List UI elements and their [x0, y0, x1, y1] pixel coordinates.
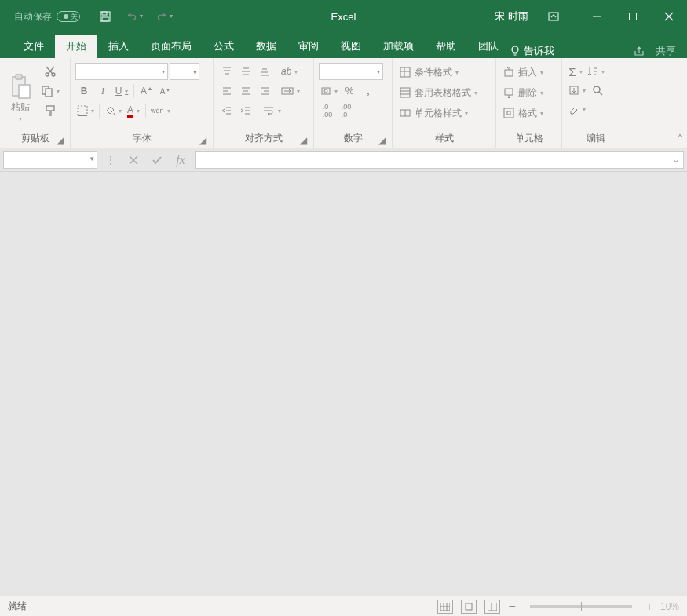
clipboard-launcher[interactable]: ◢ — [54, 135, 65, 146]
alignment-launcher[interactable]: ◢ — [298, 135, 309, 146]
font-launcher[interactable]: ◢ — [197, 135, 208, 146]
tab-review[interactable]: 审阅 — [287, 35, 330, 58]
align-left-button[interactable] — [218, 82, 236, 100]
fill-button[interactable] — [567, 82, 587, 99]
sort-filter-button[interactable] — [586, 63, 606, 80]
bold-button[interactable]: B — [75, 82, 93, 100]
font-size-combo[interactable]: ▾ — [170, 63, 199, 80]
maximize-button[interactable] — [615, 0, 651, 33]
increase-decimal-button[interactable]: .0.00 — [319, 102, 336, 119]
redo-icon[interactable] — [155, 7, 174, 24]
tab-view[interactable]: 视图 — [330, 35, 372, 58]
align-right-button[interactable] — [256, 82, 273, 100]
format-cells-button[interactable]: 格式 — [501, 104, 545, 122]
ribbon-display-icon[interactable] — [544, 7, 563, 26]
cancel-formula-button[interactable] — [124, 151, 143, 169]
tab-file[interactable]: 文件 — [13, 35, 55, 58]
svg-point-12 — [46, 73, 49, 76]
comma-button[interactable]: , — [360, 82, 377, 100]
name-box[interactable]: ▾ — [3, 151, 97, 169]
zoom-slider[interactable] — [530, 605, 632, 608]
align-middle-button[interactable] — [237, 63, 254, 80]
ribbon-tabs: 文件 开始 插入 页面布局 公式 数据 审阅 视图 加载项 帮助 团队 告诉我 … — [0, 33, 687, 58]
tab-layout[interactable]: 页面布局 — [140, 35, 203, 58]
insert-function-button[interactable]: fx — [171, 151, 190, 169]
font-color-button[interactable]: A — [125, 102, 142, 119]
tab-home[interactable]: 开始 — [55, 35, 97, 58]
zoom-in-button[interactable]: + — [646, 600, 652, 613]
font-label: 字体◢ — [75, 129, 208, 148]
delete-cells-button[interactable]: 删除 — [501, 83, 545, 102]
tab-insert[interactable]: 插入 — [97, 35, 140, 58]
number-launcher[interactable]: ◢ — [376, 135, 387, 146]
eraser-icon — [568, 104, 579, 115]
sort-icon — [587, 66, 598, 77]
align-bottom-button[interactable] — [256, 63, 273, 80]
page-layout-view-button[interactable] — [461, 600, 477, 614]
page-break-view-button[interactable] — [484, 600, 500, 614]
user-name[interactable]: 宋 时雨 — [495, 9, 528, 24]
phonetic-button[interactable]: wén — [149, 102, 172, 119]
align-top-button[interactable] — [218, 63, 236, 80]
font-name-combo[interactable]: ▾ — [75, 63, 168, 80]
x-icon — [129, 155, 138, 165]
clear-button[interactable] — [567, 100, 587, 118]
autosum-button[interactable]: Σ — [567, 63, 584, 80]
zoom-level[interactable]: 10% — [660, 601, 679, 612]
share-button[interactable]: 共享 — [634, 44, 687, 58]
autosave-toggle[interactable]: 自动保存 关 — [14, 10, 80, 24]
tab-formulas[interactable]: 公式 — [203, 35, 245, 58]
copy-icon — [41, 85, 53, 97]
cell-styles-button[interactable]: 单元格样式 — [397, 104, 470, 122]
collapse-ribbon-button[interactable]: ˄ — [678, 133, 682, 144]
merge-icon — [281, 86, 294, 97]
formula-input[interactable] — [195, 151, 684, 169]
decrease-indent-button[interactable] — [218, 102, 236, 119]
save-icon[interactable] — [96, 7, 115, 26]
tab-team[interactable]: 团队 — [467, 35, 510, 58]
svg-line-61 — [599, 92, 602, 95]
autosave-switch[interactable]: 关 — [57, 11, 80, 22]
search-icon — [592, 85, 603, 96]
cut-button[interactable] — [39, 63, 61, 80]
outdent-icon — [221, 105, 232, 116]
close-button[interactable] — [651, 0, 687, 33]
wrap-text-button[interactable] — [261, 102, 283, 119]
find-button[interactable] — [589, 82, 606, 99]
accounting-button[interactable] — [319, 82, 339, 100]
normal-view-button[interactable] — [437, 600, 453, 614]
grow-font-button[interactable]: A▴ — [137, 82, 155, 100]
minimize-button[interactable] — [579, 0, 615, 33]
merge-button[interactable] — [280, 82, 301, 100]
tell-me[interactable]: 告诉我 — [510, 44, 554, 58]
format-painter-button[interactable] — [39, 102, 61, 119]
align-bottom-icon — [259, 66, 270, 77]
enter-formula-button[interactable] — [148, 151, 166, 169]
border-button[interactable] — [75, 102, 96, 119]
app-title: Excel — [331, 11, 356, 23]
decrease-decimal-button[interactable]: .00.0 — [338, 102, 355, 119]
status-bar: 就绪 − + 10% — [0, 596, 687, 616]
zoom-out-button[interactable]: − — [508, 600, 515, 614]
orientation-button[interactable]: ab — [280, 63, 299, 80]
underline-button[interactable]: U — [113, 82, 130, 100]
conditional-format-button[interactable]: 条件格式 — [397, 63, 460, 82]
italic-button[interactable]: I — [94, 82, 111, 100]
table-format-button[interactable]: 套用表格格式 — [397, 83, 479, 102]
percent-button[interactable]: % — [341, 82, 358, 100]
fill-color-button[interactable] — [103, 102, 123, 119]
paste-button[interactable]: 粘贴 ▾ — [5, 63, 36, 122]
shrink-font-button[interactable]: A▾ — [156, 82, 174, 100]
undo-icon[interactable] — [126, 7, 144, 24]
align-center-button[interactable] — [237, 82, 254, 100]
copy-button[interactable] — [39, 82, 61, 100]
tab-help[interactable]: 帮助 — [425, 35, 467, 58]
tab-addins[interactable]: 加载项 — [372, 35, 425, 58]
number-format-combo[interactable]: ▾ — [319, 63, 383, 80]
insert-cells-button[interactable]: 插入 — [501, 63, 545, 82]
worksheet-area[interactable] — [0, 172, 687, 596]
tab-data[interactable]: 数据 — [245, 35, 287, 58]
indent-icon — [240, 105, 251, 116]
svg-rect-68 — [466, 603, 472, 610]
increase-indent-button[interactable] — [237, 102, 254, 119]
